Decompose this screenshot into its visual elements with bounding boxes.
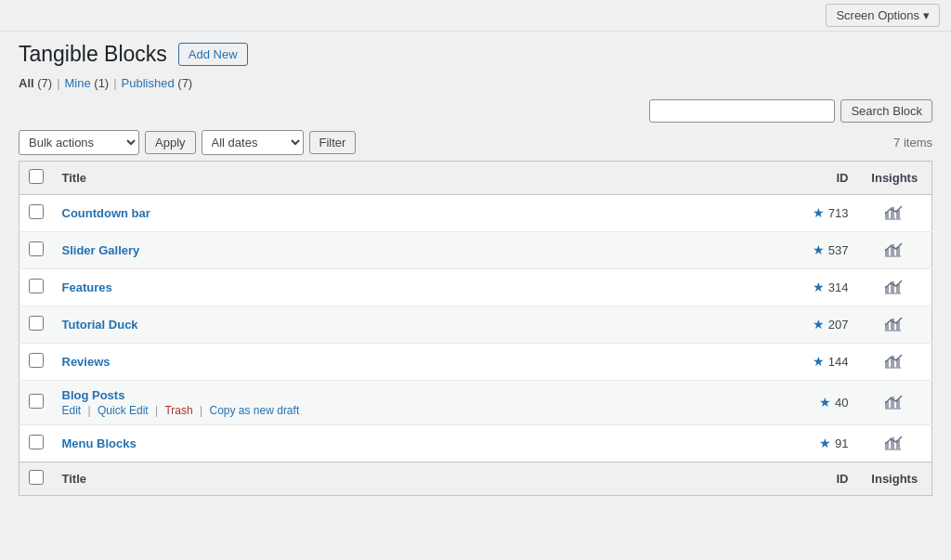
col-id-footer: ID	[784, 462, 858, 495]
screen-options-button[interactable]: Screen Options ▾	[826, 4, 940, 27]
row-title-link[interactable]: Countdown bar	[62, 206, 150, 220]
tablenav: Bulk actions Delete Apply All dates Filt…	[19, 130, 932, 155]
row-id-cell: ★144	[784, 343, 858, 380]
insights-bar-chart-icon[interactable]	[884, 277, 905, 295]
row-title-cell: Menu Blocks	[53, 424, 784, 462]
row-checkbox[interactable]	[29, 435, 44, 449]
row-insights-cell	[858, 194, 932, 231]
row-checkbox[interactable]	[29, 394, 44, 409]
insights-bar-chart-icon[interactable]	[884, 433, 905, 451]
table-row: Features★314	[20, 268, 932, 306]
row-title-link[interactable]: Menu Blocks	[62, 436, 137, 450]
table-row: Countdown bar★713	[20, 194, 932, 231]
row-checkbox-cell	[20, 424, 53, 462]
id-value: 207	[828, 318, 849, 332]
insights-bar-chart-icon[interactable]	[884, 202, 905, 221]
search-input[interactable]	[649, 99, 835, 123]
page-header: Tangible Blocks Add New	[19, 41, 932, 69]
row-checkbox-cell	[20, 268, 53, 306]
filter-button[interactable]: Filter	[309, 131, 357, 154]
apply-button[interactable]: Apply	[145, 131, 196, 154]
row-title-link[interactable]: Blog Posts	[62, 388, 125, 402]
table-head-row: Title ID Insights	[20, 161, 932, 194]
row-title-cell: Reviews	[53, 343, 784, 380]
id-value: 713	[828, 206, 849, 220]
sep-2: |	[113, 76, 116, 90]
row-actions: Edit | Quick Edit | Trash | Copy as new …	[62, 404, 775, 417]
star-icon: ★	[819, 395, 831, 410]
row-title-cell: Countdown bar	[53, 194, 784, 231]
row-title-link[interactable]: Features	[62, 280, 112, 294]
date-filter-select[interactable]: All dates	[202, 130, 304, 155]
row-checkbox[interactable]	[29, 204, 44, 219]
col-insights-header: Insights	[858, 161, 932, 194]
row-checkbox-cell	[20, 343, 53, 380]
row-action-quick-edit-link[interactable]: Quick Edit	[98, 404, 149, 417]
table-head: Title ID Insights	[20, 161, 932, 194]
filter-all-link[interactable]: All	[19, 76, 34, 90]
insights-bar-chart-icon[interactable]	[884, 314, 905, 332]
insights-bar-chart-icon[interactable]	[884, 240, 905, 258]
row-id-cell: ★91	[784, 424, 858, 462]
star-icon: ★	[819, 436, 831, 450]
row-checkbox-cell	[20, 194, 53, 231]
row-insights-cell	[858, 306, 932, 343]
bulk-actions-select[interactable]: Bulk actions Delete	[19, 130, 139, 155]
row-action-separator: |	[197, 404, 206, 417]
star-icon: ★	[813, 317, 825, 332]
table-row: Blog PostsEdit | Quick Edit | Trash | Co…	[20, 380, 932, 424]
insights-bar-chart-icon[interactable]	[884, 392, 905, 410]
subsubsub-nav: All (7) | Mine (1) | Published (7)	[19, 76, 932, 90]
table-body: Countdown bar★713 Slider Gallery★537 Fea…	[20, 194, 932, 462]
id-value: 537	[828, 243, 849, 257]
blocks-table: Title ID Insights Countdown bar★713 Slid…	[19, 161, 932, 496]
row-checkbox[interactable]	[29, 241, 44, 256]
row-checkbox[interactable]	[29, 279, 44, 293]
table-row: Slider Gallery★537	[20, 231, 932, 268]
content-area: Tangible Blocks Add New All (7) | Mine (…	[0, 32, 951, 505]
select-all-checkbox-footer[interactable]	[29, 470, 44, 485]
col-title-header: Title	[53, 161, 784, 194]
row-action-trash-link[interactable]: Trash	[164, 404, 192, 417]
table-row: Reviews★144	[20, 343, 932, 380]
row-id-cell: ★713	[784, 194, 858, 231]
row-insights-cell	[858, 268, 932, 306]
col-cb-footer	[20, 462, 53, 495]
row-action-copy-as-new-draft-link[interactable]: Copy as new draft	[210, 404, 300, 417]
row-title-cell: Blog PostsEdit | Quick Edit | Trash | Co…	[53, 380, 784, 424]
id-value: 144	[828, 355, 849, 369]
star-icon: ★	[813, 242, 825, 257]
add-new-button[interactable]: Add New	[178, 43, 248, 66]
row-title-link[interactable]: Reviews	[62, 355, 111, 369]
page-wrapper: Screen Options ▾ Tangible Blocks Add New…	[0, 0, 951, 560]
insights-bar-chart-icon[interactable]	[884, 351, 905, 370]
row-checkbox[interactable]	[29, 353, 44, 368]
row-checkbox-cell	[20, 380, 53, 424]
star-icon: ★	[813, 205, 825, 220]
row-id-cell: ★207	[784, 306, 858, 343]
sep-1: |	[57, 76, 59, 90]
tablenav-left: Bulk actions Delete Apply All dates Filt…	[19, 130, 888, 155]
select-all-checkbox[interactable]	[29, 169, 44, 184]
row-action-edit-link[interactable]: Edit	[62, 404, 82, 417]
filter-mine-link[interactable]: Mine	[65, 76, 91, 90]
row-title-link[interactable]: Slider Gallery	[62, 243, 140, 257]
row-insights-cell	[858, 424, 932, 462]
screen-options-arrow: ▾	[923, 8, 930, 22]
row-action-separator: |	[85, 404, 94, 417]
col-id-header: ID	[784, 161, 858, 194]
row-id-cell: ★40	[784, 380, 858, 424]
filter-published-link[interactable]: Published	[122, 76, 175, 90]
table-row: Menu Blocks★91	[20, 424, 932, 462]
col-title-footer: Title	[53, 462, 784, 495]
col-insights-footer: Insights	[858, 462, 932, 495]
table-foot: Title ID Insights	[20, 462, 932, 495]
row-id-cell: ★537	[784, 231, 858, 268]
star-icon: ★	[813, 280, 825, 294]
row-insights-cell	[858, 380, 932, 424]
table-foot-row: Title ID Insights	[20, 462, 932, 495]
row-insights-cell	[858, 231, 932, 268]
search-block-button[interactable]: Search Block	[840, 99, 932, 123]
row-title-link[interactable]: Tutorial Duck	[62, 318, 138, 332]
row-checkbox[interactable]	[29, 316, 44, 331]
